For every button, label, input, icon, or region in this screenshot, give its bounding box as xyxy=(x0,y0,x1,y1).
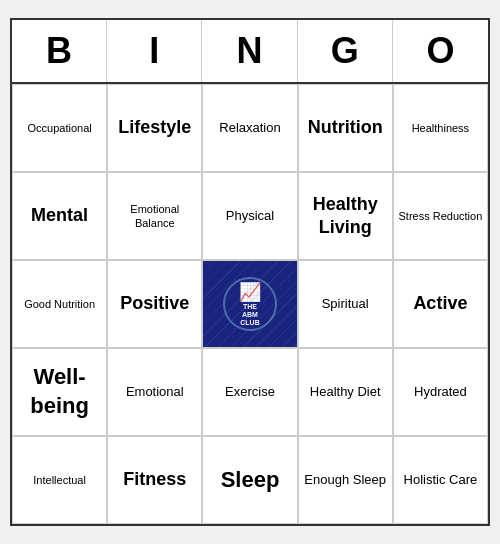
bingo-grid: OccupationalLifestyleRelaxationNutrition… xyxy=(12,84,488,524)
bingo-letter-O: O xyxy=(393,20,488,82)
bingo-cell-23: Enough Sleep xyxy=(298,436,393,524)
cell-text-14: Active xyxy=(413,292,467,315)
cell-text-0: Occupational xyxy=(27,121,91,135)
bingo-cell-14: Active xyxy=(393,260,488,348)
bingo-header: BINGO xyxy=(12,20,488,84)
bingo-cell-4: Healthiness xyxy=(393,84,488,172)
bingo-cell-2: Relaxation xyxy=(202,84,297,172)
logo-text: THEABMCLUB xyxy=(240,303,259,326)
cell-text-20: Intellectual xyxy=(33,473,86,487)
bingo-cell-1: Lifestyle xyxy=(107,84,202,172)
cell-text-2: Relaxation xyxy=(219,120,280,137)
bingo-cell-24: Holistic Care xyxy=(393,436,488,524)
bingo-letter-G: G xyxy=(298,20,393,82)
bingo-letter-I: I xyxy=(107,20,202,82)
cell-text-10: Good Nutrition xyxy=(24,297,95,311)
bingo-cell-3: Nutrition xyxy=(298,84,393,172)
bingo-cell-20: Intellectual xyxy=(12,436,107,524)
bingo-cell-12: 📈 THEABMCLUB xyxy=(202,260,297,348)
cell-text-24: Holistic Care xyxy=(404,472,478,489)
cell-text-23: Enough Sleep xyxy=(304,472,386,489)
bingo-cell-7: Physical xyxy=(202,172,297,260)
bingo-cell-11: Positive xyxy=(107,260,202,348)
bingo-cell-6: Emotional Balance xyxy=(107,172,202,260)
cell-text-7: Physical xyxy=(226,208,274,225)
cell-text-18: Healthy Diet xyxy=(310,384,381,401)
bingo-cell-18: Healthy Diet xyxy=(298,348,393,436)
logo-icon: 📈 xyxy=(239,281,261,303)
bingo-cell-22: Sleep xyxy=(202,436,297,524)
bingo-card: BINGO OccupationalLifestyleRelaxationNut… xyxy=(10,18,490,526)
cell-text-9: Stress Reduction xyxy=(399,209,483,223)
cell-text-19: Hydrated xyxy=(414,384,467,401)
cell-text-16: Emotional xyxy=(126,384,184,401)
cell-text-1: Lifestyle xyxy=(118,116,191,139)
bingo-cell-9: Stress Reduction xyxy=(393,172,488,260)
bingo-cell-5: Mental xyxy=(12,172,107,260)
bingo-cell-16: Emotional xyxy=(107,348,202,436)
bingo-cell-21: Fitness xyxy=(107,436,202,524)
bingo-cell-13: Spiritual xyxy=(298,260,393,348)
cell-text-15: Well-being xyxy=(17,363,102,420)
bingo-cell-10: Good Nutrition xyxy=(12,260,107,348)
bingo-cell-0: Occupational xyxy=(12,84,107,172)
cell-text-13: Spiritual xyxy=(322,296,369,313)
bingo-cell-8: Healthy Living xyxy=(298,172,393,260)
cell-text-22: Sleep xyxy=(221,466,280,495)
cell-text-4: Healthiness xyxy=(412,121,469,135)
bingo-cell-17: Exercise xyxy=(202,348,297,436)
bingo-letter-B: B xyxy=(12,20,107,82)
bingo-letter-N: N xyxy=(202,20,297,82)
cell-text-21: Fitness xyxy=(123,468,186,491)
logo-circle: 📈 THEABMCLUB xyxy=(223,277,277,331)
cell-text-6: Emotional Balance xyxy=(112,202,197,231)
bingo-cell-19: Hydrated xyxy=(393,348,488,436)
cell-text-8: Healthy Living xyxy=(303,193,388,240)
bingo-cell-15: Well-being xyxy=(12,348,107,436)
cell-text-3: Nutrition xyxy=(308,116,383,139)
cell-text-17: Exercise xyxy=(225,384,275,401)
cell-text-5: Mental xyxy=(31,204,88,227)
cell-text-11: Positive xyxy=(120,292,189,315)
